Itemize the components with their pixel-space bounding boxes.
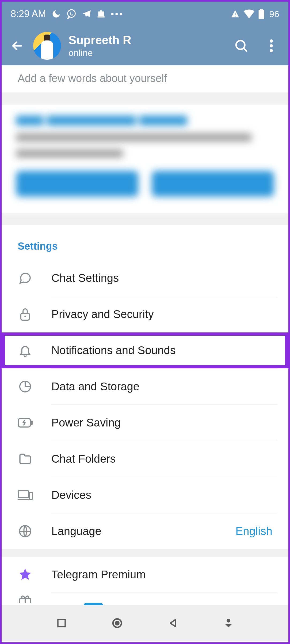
settings-item-data[interactable]: Data and Storage [2,369,288,405]
settings-label: Language [51,525,101,538]
settings-item-premium[interactable]: Telegram Premium [2,557,288,593]
settings-label: Notifications and Sounds [51,344,176,357]
nav-home-button[interactable] [110,616,124,630]
battery-charge-icon [18,417,33,428]
settings-item-devices[interactable]: Devices [2,477,288,513]
svg-rect-21 [58,620,65,627]
svg-rect-16 [31,421,33,425]
telegram-icon [82,9,91,19]
settings-label: Data and Storage [51,380,139,393]
overflow-menu-button[interactable] [264,38,279,53]
settings-label: Chat Settings [51,272,119,284]
language-value: English [235,525,272,538]
bell-icon [18,343,33,357]
globe-icon [18,525,33,538]
svg-point-23 [115,621,120,626]
settings-header: Settings [2,225,288,260]
whatsapp-icon [66,9,77,19]
alert-icon [231,9,240,18]
wifi-icon [243,9,255,18]
calendar-icon [97,10,105,18]
profile-name: Supreeth R [68,33,131,47]
star-icon [18,567,33,582]
svg-rect-5 [235,16,236,17]
profile-status: online [68,48,131,58]
action-bar: Supreeth R online [2,26,288,65]
nav-back-button[interactable] [166,616,180,630]
svg-rect-1 [98,12,104,17]
svg-point-11 [270,49,273,52]
settings-item-privacy[interactable]: Privacy and Security [2,296,288,332]
pie-icon [18,380,33,393]
settings-label: Power Saving [51,416,121,429]
svg-rect-4 [235,13,236,15]
settings-item-power[interactable]: Power Saving [2,405,288,441]
settings-item-folders[interactable]: Chat Folders [2,441,288,477]
settings-item-language[interactable]: Language English [2,513,288,549]
lock-icon [18,307,33,321]
battery-level: 96 [269,9,279,19]
svg-rect-18 [29,492,33,499]
svg-rect-2 [100,10,102,12]
settings-label: Devices [51,489,91,501]
back-button[interactable] [9,37,26,54]
battery-icon [258,9,264,19]
section-gap [2,213,288,225]
blurred-section [2,105,288,213]
nav-recents-button[interactable] [55,616,68,630]
svg-point-9 [270,39,273,43]
section-gap [2,549,288,557]
status-bar: 8:29 AM ••• 96 [2,2,288,26]
settings-label: Privacy and Security [51,308,154,321]
settings-item-chat[interactable]: Chat Settings [2,260,288,296]
svg-rect-17 [18,491,28,498]
svg-point-24 [227,619,230,622]
svg-rect-3 [98,16,105,17]
settings-item-notifications[interactable]: Notifications and Sounds [2,332,288,368]
svg-rect-6 [259,10,264,19]
avatar[interactable] [33,32,61,60]
settings-label: Telegram Premium [51,568,146,581]
premium-section: Telegram Premium [2,557,288,605]
nav-ime-button[interactable] [222,616,235,630]
chat-icon [18,271,33,285]
devices-icon [18,490,33,500]
bio-placeholder: Add a few words about yourself [18,72,167,84]
section-gap [2,93,288,105]
search-button[interactable] [234,38,249,53]
settings-section: Settings Chat Settings Privacy and Secur… [2,225,288,549]
badge [83,603,103,605]
svg-point-0 [68,10,75,17]
status-time: 8:29 AM [11,8,46,20]
bio-field[interactable]: Add a few words about yourself [2,65,288,92]
svg-rect-7 [260,9,263,10]
moon-icon [51,9,61,19]
svg-point-10 [270,44,273,47]
svg-point-13 [24,316,26,317]
system-nav-bar [2,605,288,641]
settings-label: Chat Folders [51,452,116,465]
settings-item-peek[interactable] [2,593,288,605]
folder-icon [18,453,33,465]
gift-icon [18,595,33,603]
